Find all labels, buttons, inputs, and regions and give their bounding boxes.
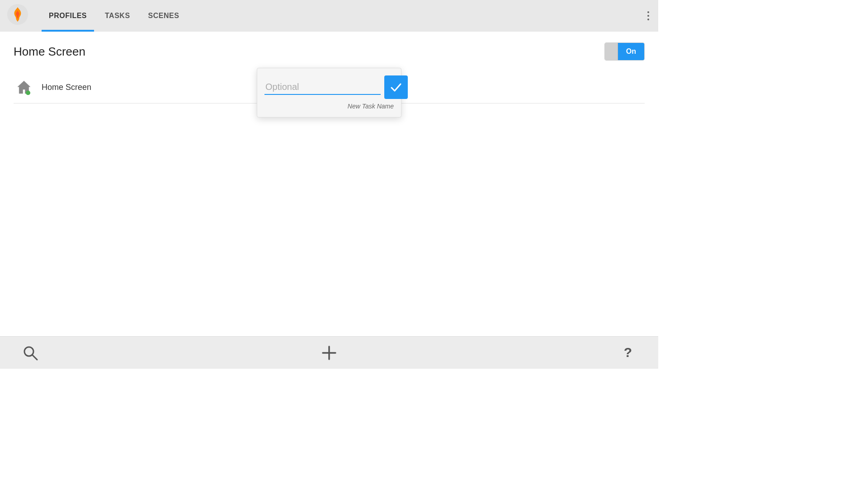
tab-profiles[interactable]: PROFILES	[42, 0, 94, 32]
svg-line-4	[32, 355, 37, 360]
help-button[interactable]: ?	[619, 344, 637, 361]
task-name-input-row	[264, 75, 394, 99]
bottom-bar: ?	[0, 336, 658, 369]
svg-text:?: ?	[624, 345, 632, 360]
checkmark-icon	[390, 81, 402, 94]
section-header: Home Screen On	[14, 42, 645, 61]
search-button[interactable]	[22, 344, 39, 361]
dot-1	[647, 11, 649, 13]
more-menu-button[interactable]	[646, 9, 651, 22]
add-button[interactable]	[320, 344, 338, 362]
toggle-off-side[interactable]	[605, 43, 618, 60]
home-screen-icon	[14, 77, 34, 98]
task-name-input[interactable]	[264, 80, 381, 95]
nav-tabs: PROFILES TASKS SCENES	[42, 0, 186, 32]
add-icon	[320, 344, 338, 362]
tab-tasks[interactable]: TASKS	[98, 0, 137, 32]
section-title: Home Screen	[14, 45, 85, 59]
svg-point-2	[26, 90, 30, 95]
task-name-label: New Task Name	[264, 103, 394, 110]
list-item-label: Home Screen	[42, 83, 91, 92]
toggle-on-button[interactable]: On	[618, 43, 644, 60]
new-task-name-popup: New Task Name	[257, 68, 401, 117]
tab-scenes[interactable]: SCENES	[141, 0, 187, 32]
top-navigation: PROFILES TASKS SCENES	[0, 0, 658, 32]
main-content: Home Screen On Home Screen	[0, 32, 658, 114]
dot-3	[647, 19, 649, 20]
search-icon	[22, 344, 39, 361]
confirm-button[interactable]	[384, 75, 408, 99]
help-icon: ?	[619, 344, 637, 361]
dot-2	[647, 15, 649, 17]
on-off-toggle[interactable]: On	[604, 42, 645, 61]
app-logo	[7, 4, 31, 28]
